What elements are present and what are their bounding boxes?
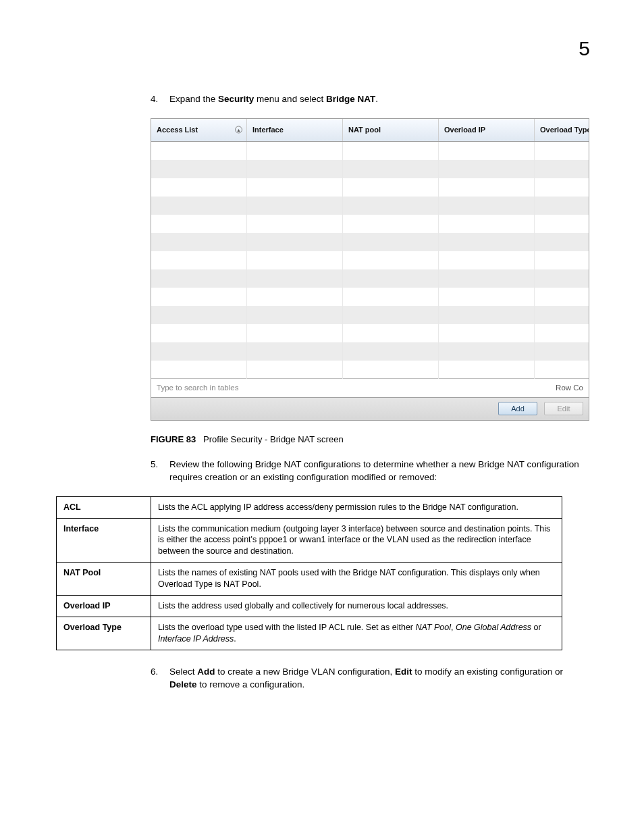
table-row[interactable] (151, 197, 589, 215)
text: to remove a configuration. (197, 679, 305, 689)
step-text: Review the following Bridge NAT configur… (169, 458, 589, 484)
table-row[interactable] (151, 342, 589, 361)
table-footer: Add Edit (151, 397, 589, 420)
search-input[interactable]: Type to search in tables (151, 384, 550, 392)
text-italic: Interface IP Address (158, 634, 234, 644)
text-italic: NAT Pool (415, 623, 451, 632)
step-number: 6. (151, 665, 169, 692)
def-desc: Lists the overload type used with the li… (151, 617, 562, 650)
column-header-overload-ip[interactable]: Overload IP (439, 119, 535, 141)
text: Select (169, 667, 197, 677)
bridge-nat-screenshot: Access List ▲ Interface NAT pool Overloa… (151, 118, 589, 421)
table-row[interactable] (151, 142, 589, 160)
add-button[interactable]: Add (498, 402, 537, 415)
def-term: Overload Type (57, 617, 151, 650)
table-row[interactable] (151, 269, 589, 288)
column-header-access-list[interactable]: Access List ▲ (151, 119, 247, 141)
text: or (531, 623, 541, 632)
table-row[interactable] (151, 306, 589, 324)
def-term: Overload IP (57, 595, 151, 617)
column-label: NAT pool (348, 126, 381, 134)
column-label: Overload Type (540, 126, 589, 134)
step-text: Select Add to create a new Bridge VLAN c… (169, 665, 589, 692)
text-bold: Add (197, 667, 215, 677)
text: to modify an existing configuration or (412, 667, 563, 677)
sort-icon[interactable]: ▲ (235, 126, 242, 134)
page-content: 4. Expand the Security menu and select B… (56, 93, 589, 704)
step-number: 4. (151, 93, 169, 106)
def-term: Interface (57, 518, 151, 563)
column-header-overload-type[interactable]: Overload Type (535, 119, 589, 141)
text: Expand the (169, 94, 218, 104)
text: . (234, 634, 236, 644)
page-number: 5 (579, 37, 590, 60)
text: menu and select (254, 94, 326, 104)
def-desc: Lists the names of existing NAT pools us… (151, 563, 562, 596)
text-bold: Security (218, 94, 254, 104)
table-header-row: Access List ▲ Interface NAT pool Overloa… (151, 119, 589, 142)
text-bold: Bridge NAT (326, 94, 375, 104)
table-row[interactable] (151, 288, 589, 306)
table-search-bar: Type to search in tables Row Co (151, 378, 589, 397)
def-desc: Lists the communication medium (outgoing… (151, 518, 562, 563)
table-row[interactable] (151, 361, 589, 379)
edit-button[interactable]: Edit (544, 402, 583, 415)
def-term: NAT Pool (57, 563, 151, 596)
text: to create a new Bridge VLAN configuratio… (215, 667, 395, 677)
text: Lists the overload type used with the li… (158, 623, 415, 632)
text-bold: Delete (169, 679, 197, 689)
table-row[interactable] (151, 178, 589, 197)
column-header-interface[interactable]: Interface (247, 119, 343, 141)
column-label: Access List (157, 126, 198, 134)
row-count-label: Row Co (550, 384, 589, 392)
text-bold: Edit (395, 667, 412, 677)
table-row[interactable] (151, 324, 589, 342)
step-4: 4. Expand the Security menu and select B… (56, 93, 589, 106)
figure-label: FIGURE 83 (151, 434, 196, 444)
def-row: Interface Lists the communication medium… (57, 518, 562, 563)
def-row: Overload Type Lists the overload type us… (57, 617, 562, 650)
table-row[interactable] (151, 215, 589, 233)
table-row[interactable] (151, 251, 589, 269)
definition-table: ACL Lists the ACL applying IP address ac… (56, 496, 562, 650)
step-6: 6. Select Add to create a new Bridge VLA… (56, 665, 589, 692)
step-text: Expand the Security menu and select Brid… (169, 93, 589, 106)
text: . (375, 94, 378, 104)
def-term: ACL (57, 496, 151, 518)
table-row[interactable] (151, 160, 589, 178)
text-italic: One Global Address (456, 623, 531, 632)
text: , (451, 623, 456, 632)
def-desc: Lists the ACL applying IP address access… (151, 496, 562, 518)
figure-caption: FIGURE 83 Profile Security - Bridge NAT … (56, 434, 589, 444)
figure-text: Profile Security - Bridge NAT screen (203, 434, 344, 444)
def-desc: Lists the address used globally and coll… (151, 595, 562, 617)
column-label: Overload IP (444, 126, 485, 134)
step-number: 5. (151, 458, 169, 484)
def-row: Overload IP Lists the address used globa… (57, 595, 562, 617)
def-row: NAT Pool Lists the names of existing NAT… (57, 563, 562, 596)
table-body (151, 142, 589, 378)
column-label: Interface (252, 126, 284, 134)
def-row: ACL Lists the ACL applying IP address ac… (57, 496, 562, 518)
table-row[interactable] (151, 233, 589, 251)
column-header-nat-pool[interactable]: NAT pool (343, 119, 439, 141)
step-5: 5. Review the following Bridge NAT confi… (56, 458, 589, 484)
